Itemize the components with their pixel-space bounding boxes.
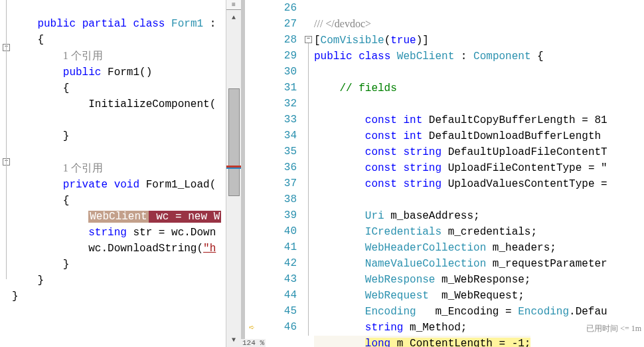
code-line: string str = wc.Down bbox=[12, 227, 216, 239]
code-line: long m_ContentLength = -1; bbox=[314, 336, 530, 347]
code-line: WebRequest m_WebRequest; bbox=[314, 290, 524, 302]
right-code-area[interactable]: /// </devdoc> [ComVisible(true)] public … bbox=[314, 0, 644, 347]
code-line: WebHeaderCollection m_headers; bbox=[314, 242, 556, 254]
codelens-reference[interactable]: 1 个引用 bbox=[12, 163, 103, 175]
perf-lens-elapsed[interactable]: 已用时间 <= 1m bbox=[586, 323, 641, 334]
code-line: { bbox=[12, 195, 69, 207]
left-outline-gutter[interactable]: − − bbox=[0, 0, 12, 347]
split-window-handle-icon[interactable]: ≡ bbox=[226, 0, 241, 10]
code-line: const int DefaultDownloadBufferLength bbox=[314, 130, 601, 142]
current-statement-arrow-icon: ➪ bbox=[249, 322, 254, 333]
code-line: public class WebClient : Component { bbox=[314, 51, 544, 62]
code-line: string m_Method; bbox=[314, 322, 467, 334]
scrollbar-thumb[interactable] bbox=[228, 88, 240, 196]
scrollbar-error-marker bbox=[226, 166, 241, 168]
left-editor-pane[interactable]: − − public partial class Form1 : { 1 个引用… bbox=[0, 0, 241, 347]
code-line: [ComVisible(true)] bbox=[314, 35, 429, 47]
code-line: WebClient wc = new W bbox=[12, 211, 221, 223]
scroll-down-icon[interactable]: ▼ bbox=[226, 332, 241, 347]
code-line: wc.DownloadString("h bbox=[12, 243, 216, 255]
fold-toggle-icon[interactable]: − bbox=[305, 36, 312, 43]
glyph-margin[interactable]: ➪ bbox=[245, 0, 265, 347]
code-line: const string UploadFileContentType = " bbox=[314, 162, 607, 174]
code-line: NameValueCollection m_requestParameter bbox=[314, 258, 607, 270]
code-line: private void Form1_Load( bbox=[12, 179, 216, 191]
code-line: /// </devdoc> bbox=[314, 19, 371, 31]
code-line: InitializeComponent( bbox=[12, 98, 216, 110]
editor-viewport: − − public partial class Form1 : { 1 个引用… bbox=[0, 0, 644, 347]
code-line: public Form1() bbox=[12, 66, 152, 78]
left-code-area[interactable]: public partial class Form1 : { 1 个引用 pub… bbox=[12, 0, 226, 335]
code-line: } bbox=[12, 290, 19, 302]
code-line: ICredentials m_credentials; bbox=[314, 226, 537, 238]
code-line: // fields bbox=[314, 82, 397, 94]
code-line: { bbox=[12, 34, 44, 46]
code-line: Uri m_baseAddress; bbox=[314, 210, 480, 222]
line-number-gutter[interactable]: 26 27 28 29 30 31 32 33 34 35 36 37 38 3… bbox=[265, 0, 302, 347]
code-line: { bbox=[12, 82, 69, 94]
code-line: } bbox=[12, 130, 69, 142]
code-line: Encoding m_Encoding = Encoding.Defau bbox=[314, 306, 607, 318]
right-outline-gutter[interactable]: − bbox=[302, 0, 314, 347]
code-line: const string UploadValuesContentType = bbox=[314, 178, 607, 190]
right-editor-pane[interactable]: ➪ 26 27 28 29 30 31 32 33 34 35 36 37 38… bbox=[245, 0, 644, 347]
code-line: const int DefaultCopyBufferLength = 81 bbox=[314, 114, 607, 126]
code-line: public partial class Form1 : bbox=[12, 18, 216, 30]
scroll-up-icon[interactable]: ▲ bbox=[226, 10, 241, 25]
zoom-level-label[interactable]: 124 % bbox=[241, 339, 266, 347]
code-line: } bbox=[12, 275, 44, 287]
code-line: } bbox=[12, 259, 69, 271]
scrollbar-track[interactable] bbox=[226, 25, 241, 330]
code-line: const string DefaultUploadFileContentT bbox=[314, 146, 607, 158]
code-line: WebResponse m_WebResponse; bbox=[314, 274, 530, 286]
left-vertical-scrollbar[interactable]: ≡ ▲ ▼ bbox=[226, 0, 241, 347]
codelens-reference[interactable]: 1 个引用 bbox=[12, 51, 103, 62]
